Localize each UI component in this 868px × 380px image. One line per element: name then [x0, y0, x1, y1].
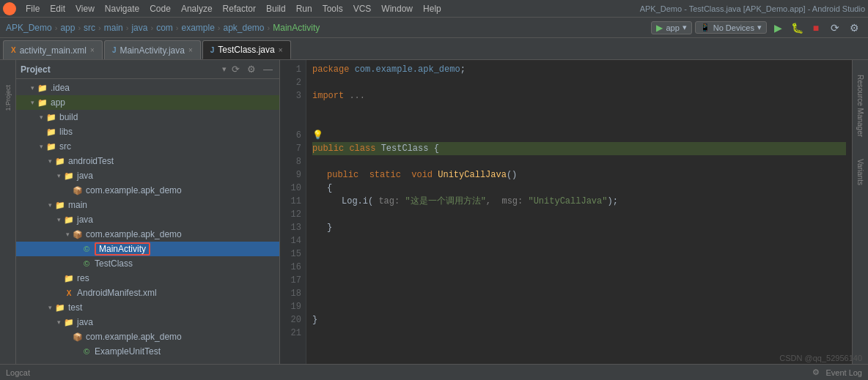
status-gear-icon[interactable]: ⚙: [812, 368, 820, 377]
tree-androidtest-java[interactable]: ▾ 📁 java: [16, 168, 279, 183]
code-line-16: [312, 261, 846, 274]
breadcrumb-apk-demo[interactable]: APK_Demo: [6, 23, 52, 33]
breadcrumb-mainactivity[interactable]: MainActivity: [273, 23, 320, 33]
project-tree: ▾ 📁 .idea ▾ 📁 app ▾ 📁 build 📁 libs: [16, 79, 279, 364]
code-line-17: [312, 274, 846, 287]
project-tab-label[interactable]: 1:Project: [4, 85, 12, 111]
code-line-11: Log.i( tag: "这是一个调用方法", msg: "UnityCallJ…: [312, 195, 846, 208]
breadcrumb-bar: APK_Demo › app › src › main › java › com…: [0, 18, 868, 38]
sync-button[interactable]: ⟳: [827, 20, 843, 36]
folder-icon-build: 📁: [45, 111, 57, 123]
tab-close-xml[interactable]: ×: [90, 46, 95, 54]
code-line-8: [312, 155, 846, 168]
menu-run[interactable]: Run: [291, 2, 317, 15]
panel-close-icon[interactable]: —: [261, 63, 275, 75]
editor-area: 1 2 3 6 7 8 9 10 11 12 13 14 15 16 17 18…: [280, 60, 852, 364]
class-icon-mainactivity: ©: [81, 243, 92, 255]
menu-window[interactable]: Window: [376, 2, 418, 15]
menu-refactor[interactable]: Refactor: [218, 2, 261, 15]
tab-label-mainactivity: MainActivity.java: [119, 45, 184, 56]
tree-main[interactable]: ▾ 📁 main: [16, 198, 279, 212]
code-line-9: public static void UnityCallJava(): [312, 168, 846, 182]
code-content: 1 2 3 6 7 8 9 10 11 12 13 14 15 16 17 18…: [280, 60, 852, 364]
folder-icon-java-at: 📁: [63, 170, 75, 182]
menu-navigate[interactable]: Navigate: [100, 2, 144, 15]
breadcrumb-apk-demo-pkg[interactable]: apk_demo: [224, 23, 265, 33]
code-editor[interactable]: package com.example.apk_demo; import ...…: [306, 60, 852, 364]
device-selector-button[interactable]: 📱 No Devices ▾: [695, 21, 767, 34]
right-strip: Resource Manager Variants: [852, 60, 868, 364]
code-line-14: [312, 234, 846, 247]
menu-view[interactable]: View: [70, 2, 100, 15]
manifest-icon: X: [63, 287, 75, 299]
folder-icon-idea: 📁: [37, 82, 48, 94]
run-config-label: app: [666, 23, 679, 32]
menu-help[interactable]: Help: [418, 2, 446, 15]
tree-test-package[interactable]: 📦 com.example.apk_demo: [16, 329, 279, 344]
package-icon-main: 📦: [72, 228, 84, 240]
breadcrumb-com[interactable]: com: [156, 23, 173, 33]
tree-test[interactable]: ▾ 📁 test: [16, 300, 279, 315]
tab-close-testclass[interactable]: ×: [279, 46, 283, 54]
menu-code[interactable]: Code: [144, 2, 176, 15]
tree-src[interactable]: ▾ 📁 src: [16, 139, 279, 154]
breadcrumb-app[interactable]: app: [60, 23, 75, 33]
code-line-7: public class TestClass {: [312, 142, 846, 155]
run-config-chevron: ▾: [683, 23, 687, 32]
device-label: No Devices: [713, 23, 754, 32]
debug-button[interactable]: 🐛: [789, 20, 805, 36]
breadcrumb-src[interactable]: src: [84, 23, 95, 33]
menu-file[interactable]: File: [21, 2, 45, 15]
panel-gear-icon[interactable]: ⚙: [245, 63, 258, 75]
panel-header: Project ▾ ⟳ ⚙ —: [16, 60, 279, 79]
logcat-button[interactable]: Logcat: [6, 368, 30, 377]
window-title: APK_Demo - TestClass.java [APK_Demo.app]…: [640, 4, 865, 13]
tree-libs[interactable]: 📁 libs: [16, 124, 279, 139]
status-right: ⚙ Event Log: [812, 368, 862, 377]
tree-res[interactable]: 📁 res: [16, 271, 279, 286]
tree-at-package[interactable]: 📦 com.example.apk_demo: [16, 183, 279, 198]
menu-analyze[interactable]: Analyze: [176, 2, 218, 15]
settings-button[interactable]: ⚙: [846, 20, 862, 36]
menu-build[interactable]: Build: [261, 2, 291, 15]
variants-label[interactable]: Variants: [856, 159, 864, 185]
breadcrumb-main[interactable]: main: [104, 23, 123, 33]
code-line-20: }: [312, 313, 846, 327]
tab-testclass-java[interactable]: J TestClass.java ×: [202, 40, 291, 59]
tree-app[interactable]: ▾ 📁 app: [16, 95, 279, 110]
status-left: Logcat: [6, 368, 801, 377]
tree-exampleunittest[interactable]: © ExampleUnitTest: [16, 344, 279, 359]
code-line-3: import ...: [312, 89, 846, 103]
resource-manager-label[interactable]: Resource Manager: [856, 75, 864, 137]
tab-activity-main-xml[interactable]: X activity_main.xml ×: [3, 40, 103, 59]
run-config-button[interactable]: ▶ app ▾: [651, 21, 691, 34]
tree-testclass[interactable]: © TestClass: [16, 256, 279, 271]
tree-main-package[interactable]: ▾ 📦 com.example.apk_demo: [16, 227, 279, 242]
run-button[interactable]: ▶: [770, 20, 786, 36]
breadcrumb-example[interactable]: example: [181, 23, 214, 33]
tab-close-mainactivity[interactable]: ×: [188, 46, 193, 54]
tree-mainactivity[interactable]: © MainActivity: [16, 242, 279, 256]
menu-edit[interactable]: Edit: [45, 2, 70, 15]
code-line-21: [312, 327, 846, 340]
panel-sync-icon[interactable]: ⟳: [229, 63, 242, 75]
tree-test-java[interactable]: ▾ 📁 java: [16, 315, 279, 329]
code-line-19: [312, 300, 846, 313]
code-line-13: }: [312, 221, 846, 234]
tree-build[interactable]: ▾ 📁 build: [16, 110, 279, 124]
menu-tools[interactable]: Tools: [317, 2, 348, 15]
panel-dropdown-icon: ▾: [222, 64, 227, 74]
breadcrumb-java[interactable]: java: [131, 23, 147, 33]
stop-button[interactable]: ■: [808, 20, 824, 36]
project-panel: Project ▾ ⟳ ⚙ — ▾ 📁 .idea ▾ 📁 app ▾ 📁: [16, 60, 280, 364]
tree-main-java[interactable]: ▾ 📁 java: [16, 212, 279, 227]
tab-mainactivity-java[interactable]: J MainActivity.java ×: [104, 40, 201, 59]
main-layout: 1:Project Project ▾ ⟳ ⚙ — ▾ 📁 .idea ▾ 📁 …: [0, 60, 868, 364]
menu-vcs[interactable]: VCS: [348, 2, 377, 15]
tree-idea[interactable]: ▾ 📁 .idea: [16, 81, 279, 95]
folder-icon-app: 📁: [37, 97, 48, 108]
code-line-2: [312, 76, 846, 89]
tree-androidtest[interactable]: ▾ 📁 androidTest: [16, 154, 279, 168]
tree-androidmanifest[interactable]: X AndroidManifest.xml: [16, 286, 279, 300]
event-log-button[interactable]: Event Log: [825, 368, 862, 377]
